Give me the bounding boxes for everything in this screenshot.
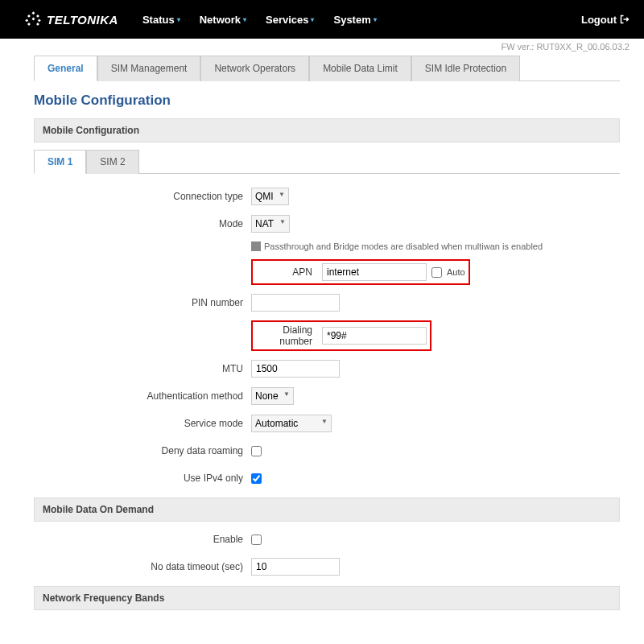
mode-hint-text: Passthrough and Bridge modes are disable… <box>264 242 543 251</box>
chevron-down-icon: ▾ <box>374 16 377 23</box>
nav-system[interactable]: System▾ <box>333 14 376 26</box>
mode-select[interactable]: NAT <box>251 215 290 233</box>
firmware-version: FW ver.: RUT9XX_R_00.06.03.2 <box>0 39 644 55</box>
dialing-highlight: Dialing number <box>251 320 431 351</box>
mtu-input[interactable] <box>251 360 340 378</box>
logout-label: Logout <box>581 14 617 26</box>
nav-status[interactable]: Status▾ <box>142 14 180 26</box>
tab-sim-idle-protection[interactable]: SIM Idle Protection <box>411 56 520 81</box>
mode-label: Mode <box>34 218 251 229</box>
logo-icon <box>24 10 42 28</box>
svg-rect-4 <box>32 18 35 21</box>
od-timeout-input[interactable] <box>251 558 340 576</box>
chevron-down-icon: ▾ <box>177 16 180 23</box>
auth-select[interactable]: None <box>251 387 294 405</box>
od-enable-label: Enable <box>34 534 251 545</box>
svg-rect-3 <box>25 19 28 22</box>
info-icon <box>251 242 261 251</box>
section-mobile-configuration: Mobile Configuration <box>34 118 620 142</box>
main-tabs: General SIM Management Network Operators… <box>34 55 620 81</box>
logout-icon <box>620 14 630 24</box>
ipv4-only-label: Use IPv4 only <box>34 473 251 484</box>
logout-button[interactable]: Logout <box>581 14 630 26</box>
apn-auto-checkbox[interactable] <box>431 267 442 278</box>
connection-type-label: Connection type <box>34 191 251 202</box>
brand-logo: TELTONIKA <box>24 10 118 28</box>
deny-roaming-checkbox[interactable] <box>251 446 262 456</box>
nav-status-label: Status <box>142 14 175 26</box>
connection-type-select[interactable]: QMI <box>251 188 289 205</box>
dialing-input[interactable] <box>322 327 427 345</box>
od-enable-checkbox[interactable] <box>251 535 262 545</box>
sim-tab-1[interactable]: SIM 1 <box>34 150 86 174</box>
svg-rect-6 <box>27 23 31 26</box>
nav-services[interactable]: Services▾ <box>266 14 315 26</box>
dialing-label: Dialing number <box>256 324 317 347</box>
nav-network[interactable]: Network▾ <box>200 14 246 26</box>
apn-label: APN <box>256 266 317 278</box>
svg-rect-7 <box>36 23 39 26</box>
chevron-down-icon: ▾ <box>311 16 314 23</box>
top-bar: TELTONIKA Status▾ Network▾ Services▾ Sys… <box>0 0 644 39</box>
nav-system-label: System <box>333 14 370 26</box>
pin-label: PIN number <box>34 297 251 308</box>
tab-general[interactable]: General <box>34 56 97 81</box>
service-mode-label: Service mode <box>34 418 251 429</box>
deny-roaming-label: Deny data roaming <box>34 445 251 456</box>
tab-sim-management[interactable]: SIM Management <box>97 56 201 81</box>
service-mode-select[interactable]: Automatic <box>251 415 332 432</box>
page-title: Mobile Configuration <box>34 93 620 109</box>
brand-name: TELTONIKA <box>47 13 118 27</box>
svg-rect-2 <box>36 14 39 18</box>
nav-services-label: Services <box>266 14 309 26</box>
tab-network-operators[interactable]: Network Operators <box>200 56 309 81</box>
apn-input[interactable] <box>322 263 427 281</box>
tab-mobile-data-limit[interactable]: Mobile Data Limit <box>309 56 411 81</box>
od-timeout-label: No data timeout (sec) <box>34 561 251 572</box>
ipv4-only-checkbox[interactable] <box>251 473 262 484</box>
pin-input[interactable] <box>251 294 340 312</box>
sim-tab-2[interactable]: SIM 2 <box>86 150 138 174</box>
mode-hint: Passthrough and Bridge modes are disable… <box>251 242 543 251</box>
nav-network-label: Network <box>200 14 241 26</box>
auth-label: Authentication method <box>34 390 251 402</box>
section-mobile-data-on-demand: Mobile Data On Demand <box>34 497 620 522</box>
svg-rect-1 <box>27 14 31 18</box>
sim-tabs: SIM 1 SIM 2 <box>34 149 620 174</box>
svg-rect-0 <box>32 11 35 14</box>
section-network-frequency-bands: Network Frequency Bands <box>34 586 620 610</box>
svg-rect-5 <box>38 19 41 22</box>
main-nav: Status▾ Network▾ Services▾ System▾ <box>142 14 581 26</box>
apn-highlight: APN Auto <box>251 259 470 285</box>
chevron-down-icon: ▾ <box>243 16 246 23</box>
mtu-label: MTU <box>34 363 251 374</box>
apn-auto-label: Auto <box>447 267 465 277</box>
